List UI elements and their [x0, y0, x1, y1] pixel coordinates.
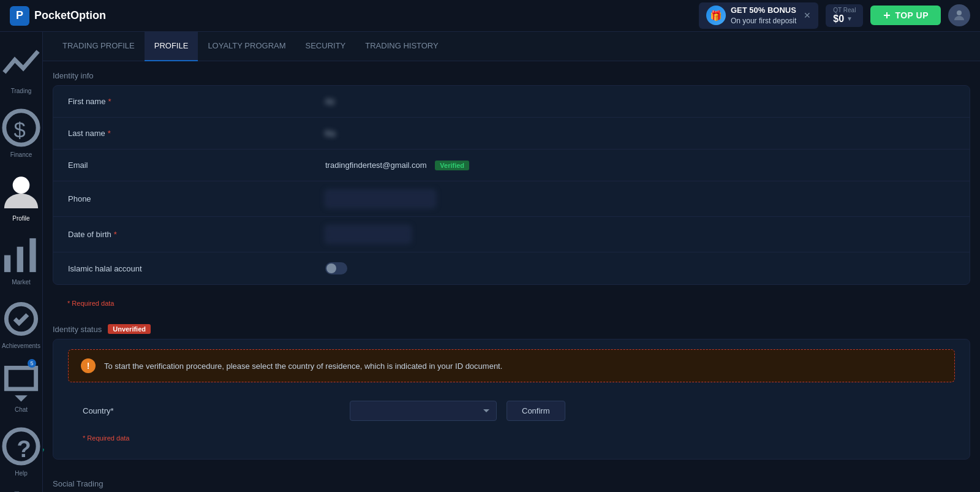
chat-badge: 5: [28, 359, 36, 368]
tab-trading-history[interactable]: TRADING HISTORY: [355, 32, 448, 61]
bonus-close-icon[interactable]: ✕: [804, 10, 811, 20]
person-icon: [0, 170, 42, 213]
svg-text:?: ?: [17, 436, 31, 462]
social-trading-header: Social Trading: [53, 469, 970, 492]
phone-row: Phone: [53, 181, 970, 217]
svg-point-5: [13, 176, 30, 194]
tab-security[interactable]: SECURITY: [296, 32, 356, 61]
chat-icon: [0, 361, 42, 404]
content-area: Identity info First name* Az Last name* …: [43, 61, 980, 492]
balance-label: QT Real: [833, 7, 856, 13]
dob-row: Date of birth*: [53, 217, 970, 252]
help-icon: ?: [0, 425, 42, 467]
logo-text: PocketOption: [34, 9, 106, 22]
sidebar-label-help: Help: [15, 470, 28, 477]
sidebar-item-chat[interactable]: 5 Chat: [0, 355, 42, 419]
sidebar-item-achievements[interactable]: Achievements: [0, 292, 42, 355]
identity-required-note: Required data: [53, 295, 970, 314]
logo-area: P PocketOption: [10, 6, 106, 26]
identity-status-card: ! To start the verification procedure, p…: [53, 339, 970, 460]
tab-profile[interactable]: PROFILE: [145, 32, 198, 61]
email-label: Email: [68, 161, 325, 170]
country-row: Country* United States United Kingdom Ge…: [68, 392, 955, 430]
last-name-row: Last name* Ka: [53, 118, 970, 149]
phone-input[interactable]: [325, 190, 435, 208]
first-name-value: Az: [325, 97, 955, 106]
dob-value: [325, 225, 955, 243]
email-row: Email tradingfindertest@gmail.com Verifi…: [53, 149, 970, 181]
identity-info-card: First name* Az Last name* Ka Email: [53, 85, 970, 285]
sidebar-bottom: Logout ←: [12, 483, 31, 492]
confirm-button[interactable]: Confirm: [507, 401, 565, 421]
tabs-bar: TRADING PROFILE PROFILE LOYALTY PROGRAM …: [43, 32, 980, 61]
top-nav: P PocketOption 🎁 GET 50% BONUS On your f…: [0, 0, 980, 32]
balance-amount: $0: [833, 13, 844, 25]
phone-value: [325, 190, 955, 208]
sidebar-label-finance: Finance: [10, 151, 32, 158]
logo-icon: P: [10, 6, 29, 26]
sidebar-item-help[interactable]: ? Help: [0, 419, 42, 483]
halal-label: Islamic halal account: [68, 264, 325, 273]
market-icon: [0, 234, 42, 276]
tab-loyalty[interactable]: LOYALTY PROGRAM: [198, 32, 295, 61]
sidebar-item-profile[interactable]: Profile: [0, 164, 42, 228]
sidebar-label-trading: Trading: [11, 88, 32, 94]
warning-box: ! To start the verification procedure, p…: [68, 349, 955, 382]
balance-arrow: ▼: [846, 15, 853, 22]
country-select[interactable]: United States United Kingdom Germany: [350, 401, 497, 421]
bonus-banner: 🎁 GET 50% BONUS On your first deposit ✕: [699, 2, 818, 29]
svg-rect-7: [17, 247, 23, 272]
sidebar-item-trading[interactable]: Trading: [0, 37, 42, 100]
country-label: Country*: [83, 406, 340, 415]
tab-trading-profile[interactable]: TRADING PROFILE: [53, 32, 145, 61]
sidebar-item-finance[interactable]: $ Finance: [0, 100, 42, 164]
svg-point-2: [957, 10, 962, 15]
topup-button[interactable]: TOP UP: [870, 6, 941, 25]
identity-info-header: Identity info: [53, 61, 970, 85]
country-required-note: Required data: [68, 430, 955, 449]
dob-input[interactable]: [325, 225, 411, 243]
main-content: TRADING PROFILE PROFILE LOYALTY PROGRAM …: [43, 32, 980, 492]
email-value: tradingfindertest@gmail.com Verified: [325, 161, 955, 170]
phone-label: Phone: [68, 194, 325, 203]
last-name-label: Last name*: [68, 129, 325, 138]
first-name-row: First name* Az: [53, 86, 970, 118]
halal-toggle-wrap: [325, 262, 955, 274]
sidebar-item-logout[interactable]: Logout: [12, 483, 31, 492]
svg-text:$: $: [13, 118, 25, 142]
sidebar-label-chat: Chat: [15, 406, 28, 413]
warning-icon: !: [81, 358, 96, 373]
sidebar-label-market: Market: [12, 279, 31, 286]
top-nav-right: 🎁 GET 50% BONUS On your first deposit ✕ …: [699, 2, 970, 29]
sidebar-label-achievements: Achievements: [2, 343, 40, 349]
dollar-icon: $: [0, 107, 42, 149]
bonus-icon: 🎁: [706, 6, 726, 25]
sidebar: Trading $ Finance Profile Market Achieve…: [0, 32, 43, 492]
halal-row: Islamic halal account: [53, 252, 970, 284]
halal-toggle[interactable]: [325, 262, 347, 274]
warning-text: To start the verification procedure, ple…: [104, 361, 502, 371]
sidebar-label-profile: Profile: [12, 215, 29, 222]
bonus-text: GET 50% BONUS On your first deposit: [731, 5, 796, 26]
dob-label: Date of birth*: [68, 230, 325, 239]
logout-icon: [12, 489, 31, 492]
balance-area[interactable]: QT Real $0 ▼: [826, 4, 863, 27]
verified-badge: Verified: [435, 161, 469, 170]
first-name-label: First name*: [68, 97, 325, 106]
chart-icon: [0, 43, 42, 85]
user-avatar-top[interactable]: [948, 4, 970, 26]
unverified-badge: Unverified: [108, 324, 151, 334]
sidebar-item-market[interactable]: Market: [0, 228, 42, 292]
svg-rect-8: [29, 238, 36, 272]
identity-status-header: Identity status Unverified: [53, 314, 970, 339]
badge-icon: [0, 298, 42, 340]
last-name-value: Ka: [325, 129, 955, 138]
svg-rect-6: [4, 255, 10, 273]
svg-rect-1: [886, 12, 888, 18]
